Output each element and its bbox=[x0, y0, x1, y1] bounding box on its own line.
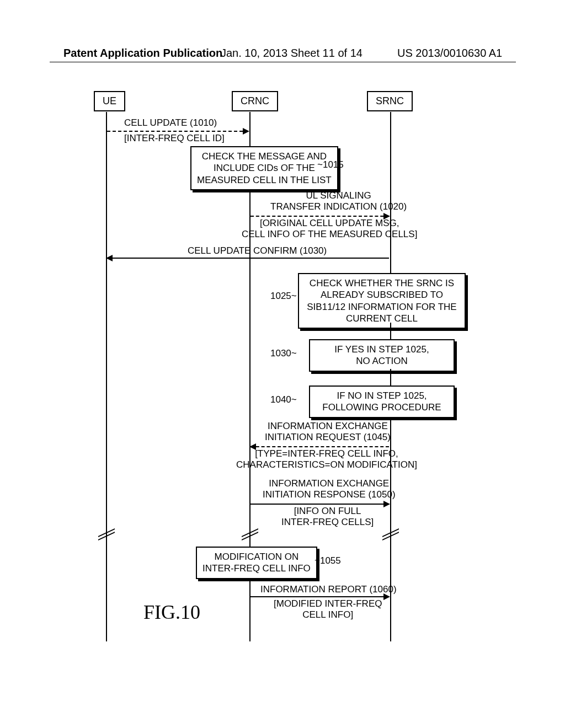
msg-1060-label: INFORMATION REPORT (1060) bbox=[260, 584, 397, 595]
process-1055: MODIFICATION ON INTER-FREQ CELL INFO bbox=[196, 547, 317, 579]
header-pub-number: US 2013/0010630 A1 bbox=[397, 47, 502, 60]
ref-1015-num: 1015 bbox=[323, 159, 344, 170]
arrow-1050 bbox=[250, 504, 389, 505]
break-crnc bbox=[242, 532, 258, 540]
msg-1010-label: CELL UPDATE (1010) bbox=[124, 117, 217, 129]
lifeline-ue bbox=[106, 112, 107, 641]
arrow-1045 bbox=[250, 446, 389, 447]
msg-1030-confirm-label: CELL UPDATE CONFIRM (1030) bbox=[188, 245, 327, 256]
ref-1055: ~1055 bbox=[315, 555, 341, 566]
break-srnc bbox=[382, 532, 399, 540]
process-1040: IF NO IN STEP 1025, FOLLOWING PROCEDURE bbox=[309, 386, 455, 418]
process-1015: CHECK THE MESSAGE AND INCLUDE CIDs OF TH… bbox=[190, 146, 338, 190]
header-date-sheet: Jan. 10, 2013 Sheet 11 of 14 bbox=[221, 47, 363, 60]
header-publication: Patent Application Publication bbox=[63, 47, 222, 60]
ref-1030-num: 1030 bbox=[270, 348, 291, 358]
msg-1050-label: INFORMATION EXCHANGE INITIATION RESPONSE… bbox=[263, 478, 396, 501]
msg-1020-params: [ORIGINAL CELL UPDATE MSG, CELL INFO OF … bbox=[242, 218, 417, 240]
msg-1010-params: [INTER-FREQ CELL ID] bbox=[124, 133, 225, 144]
connector-1030-1040 bbox=[390, 369, 391, 386]
arrow-1030-confirm bbox=[107, 258, 389, 259]
break-ue bbox=[98, 532, 115, 540]
actor-srnc: SRNC bbox=[367, 91, 413, 111]
ref-1025-num: 1025 bbox=[270, 291, 291, 301]
ref-1040-num: 1040 bbox=[270, 394, 291, 405]
figure-label: FIG.10 bbox=[143, 601, 200, 624]
ref-1040: 1040~ bbox=[270, 394, 297, 405]
msg-1050-params: [INFO ON FULL INTER-FREQ CELLS] bbox=[281, 506, 374, 528]
ref-1025: 1025~ bbox=[270, 291, 297, 302]
connector-1025-1030 bbox=[390, 323, 391, 339]
msg-1020-label: UL SIGNALING TRANSFER INDICATION (1020) bbox=[270, 190, 407, 213]
process-1025: CHECK WHETHER THE SRNC IS ALREADY SUBSCR… bbox=[298, 273, 466, 329]
ref-1015: ~1015 bbox=[317, 159, 344, 170]
arrow-1010 bbox=[107, 131, 248, 132]
arrow-1020 bbox=[250, 216, 389, 217]
actor-crnc: CRNC bbox=[232, 91, 278, 111]
ref-1055-num: 1055 bbox=[320, 555, 341, 566]
msg-1045-params: [TYPE=INTER-FREQ CELL INFO, CHARACTERIST… bbox=[236, 448, 417, 471]
msg-1060-params: [MODIFIED INTER-FREQ CELL INFO] bbox=[274, 598, 382, 621]
sequence-diagram: UE CRNC SRNC CELL UPDATE (1010) [INTER-F… bbox=[94, 91, 480, 643]
ref-1030: 1030~ bbox=[270, 348, 297, 359]
msg-1045-label: INFORMATION EXCHANGE INITIATION REQUEST … bbox=[265, 421, 391, 443]
actor-ue: UE bbox=[94, 91, 125, 111]
header-rule bbox=[50, 62, 516, 62]
arrow-1060 bbox=[250, 596, 389, 597]
process-1030: IF YES IN STEP 1025, NO ACTION bbox=[309, 339, 455, 372]
